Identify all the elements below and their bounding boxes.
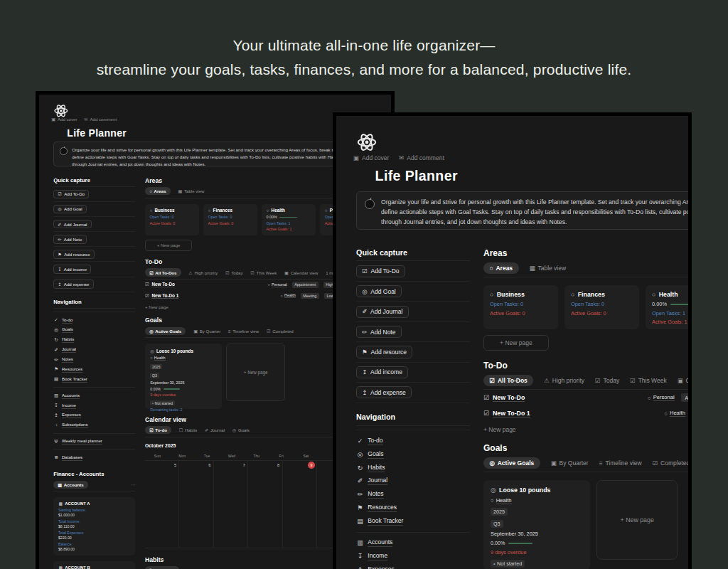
- view-tab[interactable]: ○Areas: [145, 187, 171, 195]
- nav-goals[interactable]: ◎Goals: [356, 447, 470, 461]
- view-tab[interactable]: ☑All To-Dos: [145, 268, 181, 276]
- view-tab[interactable]: ◎Active Goals: [483, 457, 540, 469]
- add-todo-button[interactable]: ☑ Add To-Do: [53, 190, 89, 199]
- view-tab[interactable]: ≡Timeline view: [599, 459, 642, 467]
- view-tab[interactable]: ☑To-do: [145, 426, 171, 434]
- view-tab[interactable]: ▣By Quarter: [193, 329, 220, 334]
- nav-accounts[interactable]: ▥Accounts: [356, 536, 470, 550]
- view-tab[interactable]: ◎Active Goals: [145, 327, 186, 335]
- add-note-button[interactable]: ✏ Add Note: [53, 235, 86, 244]
- nav-journal[interactable]: ✐Journal: [53, 345, 135, 355]
- nav-expenses[interactable]: ↥Expenses: [356, 563, 470, 569]
- area-card[interactable]: ○Health 0.00% Open Tasks: 1 Active Goals…: [262, 204, 316, 236]
- area-card[interactable]: ○Finances Open Tasks: 0 Active Goals: 0: [564, 285, 639, 329]
- nav-databases[interactable]: ≣Databases: [53, 452, 135, 462]
- add-expense-button[interactable]: ↥ Add expense: [53, 280, 94, 289]
- view-tab[interactable]: ≡Timeline view: [228, 329, 259, 334]
- new-page-card[interactable]: + New page: [596, 480, 678, 560]
- view-tab[interactable]: ◎Goals: [232, 427, 250, 432]
- nav-weekly-meal-planner[interactable]: ΨWeekly meal planner: [53, 437, 135, 447]
- view-tab[interactable]: ☑Completed: [653, 459, 690, 467]
- todo-title[interactable]: New To-Do 1: [493, 410, 530, 418]
- view-tab[interactable]: ▦Table view: [530, 265, 567, 272]
- view-tab[interactable]: ☑This Week: [630, 377, 666, 384]
- tab-accounts[interactable]: ▥Accounts: [53, 481, 88, 489]
- add-todo-button[interactable]: ☑ Add To-Do: [356, 265, 405, 277]
- view-tab[interactable]: ☑All To-Dos: [483, 375, 533, 386]
- nav-habits[interactable]: ↻Habits: [53, 335, 135, 345]
- nav-journal[interactable]: ✐Journal: [356, 474, 470, 488]
- add-comment-button[interactable]: ✉Add comment: [399, 154, 444, 161]
- new-page-button[interactable]: + New page: [145, 240, 192, 251]
- area-card[interactable]: ○Business Open Tasks: 0 Active Goals: 0: [483, 285, 558, 329]
- area-reference[interactable]: ○Health: [491, 497, 512, 504]
- account-card[interactable]: ▥ACCOUNT A Starting balance: $1,000.00 T…: [53, 497, 135, 555]
- area-card[interactable]: ○Health 0.00% Open Tasks: 1 Active Goals…: [646, 285, 692, 329]
- view-tab[interactable]: ▦Table view: [178, 188, 204, 193]
- add-goal-button[interactable]: ◎ Add Goal: [356, 285, 402, 297]
- area-card[interactable]: ○Business Open Tasks: 0 Active Goals: 0: [145, 204, 199, 236]
- view-tab[interactable]: ▣Calendar view: [284, 270, 318, 275]
- checkbox-icon[interactable]: ☑: [145, 282, 149, 287]
- nav-notes[interactable]: ✏Notes: [356, 488, 470, 501]
- goal-card[interactable]: ◎Loose 10 pounds ○Health 2025 Q3 Septemb…: [145, 344, 222, 408]
- todo-title[interactable]: New To-Do: [493, 394, 525, 402]
- view-tab[interactable]: ☑This Week: [250, 270, 277, 275]
- nav-subscriptions[interactable]: ◔Subscriptions: [53, 420, 135, 430]
- nav-book-tracker[interactable]: ▤Book Tracker: [356, 514, 470, 528]
- view-tab[interactable]: ☑Completed: [267, 329, 294, 334]
- goal-card[interactable]: ◎Loose 10 pounds ○Health 2025 Q3 Septemb…: [483, 480, 590, 569]
- todo-title[interactable]: New To-Do: [151, 282, 175, 287]
- add-comment-button[interactable]: ✉Add comment: [84, 117, 117, 122]
- nav-resources[interactable]: ⚑Resources: [356, 501, 470, 514]
- view-tab[interactable]: ☐Habits: [179, 427, 198, 432]
- view-tab[interactable]: ▣Calendar view: [678, 377, 692, 384]
- calendar-cell[interactable]: 7: [214, 461, 248, 548]
- add-resource-button[interactable]: ⚑ Add resource: [53, 250, 95, 259]
- checkbox-icon[interactable]: ☑: [483, 394, 489, 401]
- add-journal-button[interactable]: ✐ Add Journal: [53, 220, 91, 229]
- view-tab[interactable]: ⚠High priority: [188, 270, 218, 275]
- nav-goals[interactable]: ◎Goals: [53, 325, 135, 335]
- view-tab[interactable]: ⚠High priority: [544, 377, 584, 384]
- todo-row[interactable]: ☑ New To-Do 1 ○Health Meeting: [483, 405, 692, 421]
- new-page-button[interactable]: + New page: [483, 426, 692, 433]
- nav-income[interactable]: ↧Income: [356, 550, 470, 563]
- area-reference[interactable]: ○Health: [280, 293, 295, 298]
- add-cover-button[interactable]: ▣Add cover: [353, 154, 390, 161]
- more-icon[interactable]: ⋯: [131, 482, 135, 488]
- view-tab[interactable]: ☑Today: [595, 377, 619, 384]
- calendar-cell[interactable]: 9: [283, 461, 317, 548]
- nav-todo[interactable]: ✓To-do: [356, 435, 470, 448]
- new-page-button[interactable]: + New page: [483, 335, 549, 350]
- nav-todo[interactable]: ✓To-do: [53, 315, 135, 325]
- area-card[interactable]: ○Finances Open Tasks: 0 Active Goals: 0: [203, 204, 257, 236]
- view-tab[interactable]: ☑Today: [225, 270, 243, 275]
- add-cover-button[interactable]: ▣Add cover: [51, 117, 77, 122]
- calendar-cell[interactable]: 5: [145, 461, 179, 548]
- nav-resources[interactable]: ⚑Resources: [53, 365, 135, 375]
- checkbox-icon[interactable]: ☑: [145, 293, 149, 299]
- add-note-button[interactable]: ✏ Add Note: [356, 326, 402, 338]
- view-tab[interactable]: ○Areas: [483, 262, 519, 274]
- nav-book-tracker[interactable]: ▤Book Tracker: [53, 374, 135, 384]
- nav-notes[interactable]: ✏Notes: [53, 355, 135, 365]
- add-income-button[interactable]: ↧ Add income: [53, 265, 91, 274]
- add-expense-button[interactable]: ↥ Add expense: [356, 386, 412, 398]
- new-page-card[interactable]: + New page: [226, 344, 284, 400]
- todo-row[interactable]: ☑ New To-Do ○Personal Appointment: [483, 390, 692, 405]
- calendar-cell[interactable]: 6: [179, 461, 213, 548]
- add-goal-button[interactable]: ◎ Add Goal: [53, 205, 87, 214]
- view-tab[interactable]: ↻All Habits: [145, 566, 179, 569]
- area-reference[interactable]: ○Health: [150, 356, 165, 361]
- todo-title[interactable]: New To-Do 1: [151, 293, 178, 299]
- add-income-button[interactable]: ↧ Add income: [356, 366, 408, 378]
- area-reference[interactable]: ○Health: [664, 410, 685, 417]
- nav-habits[interactable]: ↻Habits: [356, 461, 470, 474]
- add-journal-button[interactable]: ✐ Add Journal: [356, 306, 409, 318]
- nav-accounts[interactable]: ▥Accounts: [53, 390, 135, 400]
- account-card[interactable]: ▥ACCOUNT B Starting balance: $500.00 Tot…: [53, 561, 135, 569]
- nav-expenses[interactable]: ↥Expenses: [53, 410, 135, 420]
- view-tab[interactable]: ✐Journal: [205, 427, 225, 432]
- atom-page-icon[interactable]: [356, 132, 378, 153]
